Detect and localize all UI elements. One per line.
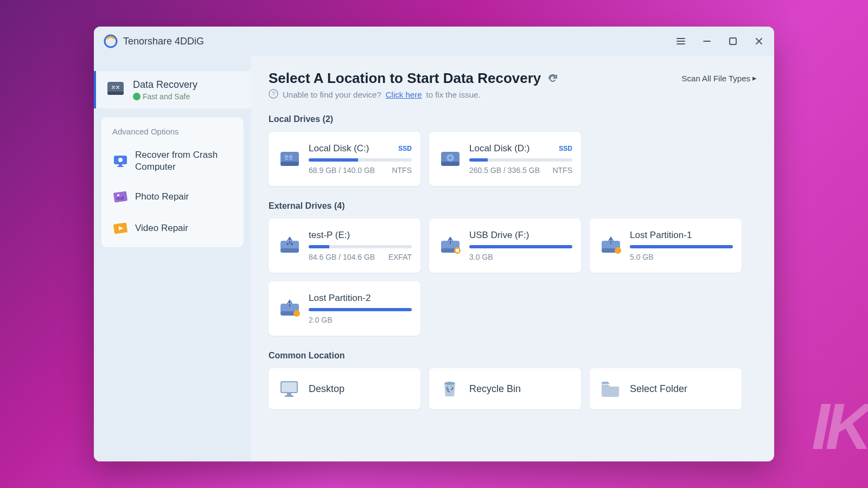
- sidebar-item-photo-repair[interactable]: Photo Repair: [106, 181, 239, 213]
- drive-fs: NTFS: [392, 166, 412, 175]
- drive-fs: EXFAT: [388, 253, 412, 261]
- monitor-icon: [112, 153, 129, 169]
- drive-size: 3.0 GB: [469, 253, 493, 261]
- disk-icon: [277, 146, 302, 171]
- usage-bar: [630, 245, 733, 248]
- sidebar-item-label: Data Recovery: [133, 79, 197, 91]
- sidebar-item-data-recovery[interactable]: Data Recovery Fast and Safe: [94, 71, 251, 108]
- drive-fs: NTFS: [552, 166, 572, 175]
- desktop-icon: [277, 377, 301, 401]
- drive-size: 5.0 GB: [630, 253, 654, 261]
- location-card-desktop[interactable]: Desktop: [269, 368, 420, 409]
- svg-rect-16: [289, 155, 292, 158]
- svg-rect-24: [280, 248, 299, 253]
- sidebar: Data Recovery Fast and Safe Advanced Opt…: [94, 56, 251, 461]
- drive-name: test-P (E:): [309, 230, 350, 241]
- common-location-title: Common Location: [269, 351, 757, 361]
- usb-icon: [438, 233, 463, 258]
- scan-all-link[interactable]: Scan All File Types ▸: [682, 70, 757, 83]
- usage-bar: [309, 308, 412, 311]
- sidebar-item-video-repair[interactable]: Video Repair: [106, 213, 239, 244]
- close-button[interactable]: [751, 34, 767, 49]
- minimize-button[interactable]: [699, 34, 714, 49]
- app-logo-wrap: Tenorshare 4DDiG: [104, 34, 204, 48]
- advanced-options-card: Advanced Options Recover from Crash Comp…: [101, 117, 244, 247]
- drive-card[interactable]: test-P (E:) 84.6 GB / 104.6 GBEXFAT: [269, 219, 420, 273]
- svg-rect-26: [291, 243, 293, 245]
- drive-name: USB Drive (F:): [469, 230, 529, 241]
- usage-bar: [469, 245, 572, 248]
- drive-name: Local Disk (C:): [309, 143, 369, 154]
- common-location-list: Desktop Recycle Bin Select Folder: [269, 368, 757, 409]
- svg-rect-3: [107, 92, 124, 95]
- svg-point-33: [615, 247, 621, 254]
- drive-size: 84.6 GB / 104.6 GB: [309, 253, 375, 261]
- drive-badge: SSD: [559, 145, 572, 152]
- sidebar-item-label: Photo Repair: [135, 191, 189, 203]
- sidebar-item-recover-crash[interactable]: Recover from Crash Computer: [106, 142, 239, 181]
- drive-card[interactable]: Local Disk (D:)SSD 260.5 GB / 336.5 GBNT…: [429, 132, 581, 186]
- drive-size: 2.0 GB: [309, 316, 333, 324]
- drive-name: Lost Partition-1: [630, 230, 692, 241]
- drive-card[interactable]: USB Drive (F:) 3.0 GB: [429, 219, 581, 273]
- chevron-right-icon: ▸: [752, 73, 757, 83]
- drive-card[interactable]: Lost Partition-1 5.0 GB: [590, 219, 742, 273]
- external-drives-title: External Drives (4): [269, 201, 757, 211]
- help-text: ? Unable to find your device? Click here…: [269, 89, 757, 100]
- maximize-button[interactable]: [725, 34, 741, 49]
- svg-rect-20: [441, 162, 459, 166]
- video-icon: [112, 220, 129, 236]
- svg-rect-6: [119, 164, 122, 166]
- titlebar: Tenorshare 4DDiG: [94, 27, 774, 56]
- svg-point-25: [286, 243, 289, 245]
- drive-name: Local Disk (D:): [469, 143, 529, 154]
- app-title: Tenorshare 4DDiG: [123, 36, 204, 47]
- recycle-bin-icon: [438, 377, 462, 401]
- sidebar-item-sub: Fast and Safe: [133, 92, 197, 101]
- photo-icon: [112, 189, 129, 205]
- svg-point-22: [449, 157, 451, 159]
- check-icon: [133, 93, 141, 100]
- drive-size: 68.9 GB / 140.0 GB: [309, 166, 375, 175]
- svg-rect-17: [285, 159, 288, 160]
- svg-rect-7: [117, 166, 124, 167]
- location-label: Select Folder: [630, 383, 687, 395]
- app-window: Tenorshare 4DDiG Data Recovery Fast and …: [94, 27, 774, 461]
- disk-icon: [438, 146, 463, 171]
- usage-bar: [309, 158, 412, 162]
- drive-size: 260.5 GB / 336.5 GB: [469, 166, 540, 175]
- local-drives-list: Local Disk (C:)SSD 68.9 GB / 140.0 GBNTF…: [269, 132, 757, 186]
- menu-button[interactable]: [673, 34, 688, 49]
- location-label: Desktop: [309, 383, 344, 395]
- watermark: IK: [812, 389, 868, 464]
- svg-rect-14: [280, 162, 299, 166]
- svg-rect-40: [285, 395, 293, 397]
- svg-rect-39: [287, 393, 291, 395]
- svg-rect-30: [456, 249, 459, 252]
- usage-bar: [309, 245, 412, 248]
- svg-point-9: [117, 194, 119, 196]
- svg-point-36: [293, 310, 300, 317]
- local-drives-title: Local Drives (2): [269, 114, 757, 124]
- location-label: Recycle Bin: [469, 383, 521, 395]
- drive-card[interactable]: Lost Partition-2 2.0 GB: [269, 281, 420, 336]
- help-link[interactable]: Click here: [386, 90, 422, 99]
- help-icon: ?: [269, 89, 278, 100]
- main-content: Select A Location to Start Data Recovery…: [251, 56, 774, 461]
- drive-card[interactable]: Local Disk (C:)SSD 68.9 GB / 140.0 GBNTF…: [269, 132, 420, 186]
- svg-rect-15: [285, 155, 288, 158]
- svg-point-5: [118, 158, 123, 162]
- refresh-icon[interactable]: [547, 73, 558, 84]
- usb-icon: [277, 296, 302, 321]
- location-card-select-folder[interactable]: Select Folder: [590, 368, 742, 409]
- location-card-recycle-bin[interactable]: Recycle Bin: [429, 368, 581, 409]
- svg-point-41: [444, 382, 455, 385]
- data-recovery-icon: [106, 79, 125, 98]
- sidebar-item-label: Video Repair: [135, 222, 188, 234]
- svg-rect-18: [289, 159, 292, 160]
- app-logo-icon: [104, 34, 118, 48]
- svg-rect-38: [282, 382, 297, 392]
- usb-icon: [277, 233, 302, 258]
- advanced-options-header: Advanced Options: [106, 124, 239, 142]
- folder-icon: [598, 377, 622, 401]
